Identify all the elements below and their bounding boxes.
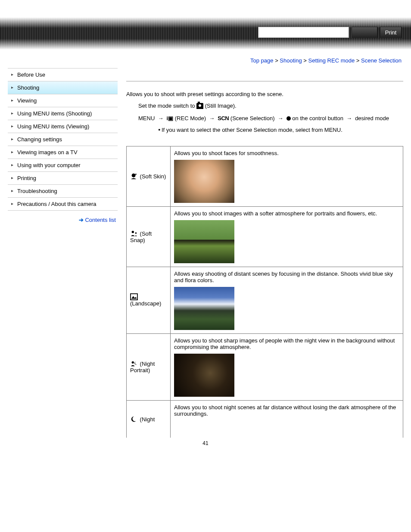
step-text: desired mode: [355, 115, 389, 121]
svg-point-4: [132, 361, 134, 364]
print-button[interactable]: Print: [380, 27, 402, 38]
night-scene-icon: [130, 416, 138, 423]
search-button[interactable]: [352, 27, 377, 38]
scene-table: (Soft Skin) Allows you to shoot faces fo…: [126, 146, 403, 438]
step-text: MENU: [138, 115, 155, 121]
sidebar-item[interactable]: Before Use: [8, 68, 118, 81]
sidebar-item[interactable]: Using MENU items (Viewing): [8, 120, 118, 133]
scene-desc-cell: Allows you to shoot faces for smoothness…: [171, 146, 403, 206]
scene-desc: Allows easy shooting of distant scenes b…: [174, 271, 393, 283]
scene-desc-cell: Allows you to shoot night scenes at far …: [171, 400, 403, 438]
svg-rect-3: [131, 294, 137, 300]
scene-image: [174, 287, 234, 330]
arrow-right-icon: →: [156, 114, 165, 123]
control-dot-icon: [286, 116, 291, 121]
breadcrumb: Top page > Shooting > Setting REC mode >…: [0, 50, 411, 68]
scene-image: [174, 220, 234, 263]
sidebar-item[interactable]: Viewing images on a TV: [8, 146, 118, 159]
sidebar-item[interactable]: Precautions / About this camera: [8, 198, 118, 211]
scene-desc-cell: Allows easy shooting of distant scenes b…: [171, 267, 403, 333]
table-row: (Night Portrait) Allows you to shoot sha…: [127, 333, 403, 400]
arrow-right-icon: →: [208, 114, 216, 123]
table-row: (Soft Skin) Allows you to shoot faces fo…: [127, 146, 403, 206]
sidebar-item[interactable]: Printing: [8, 172, 118, 185]
soft-skin-icon: [130, 173, 138, 180]
sidebar-item[interactable]: Shooting: [8, 81, 118, 94]
table-row: (Soft Snap) Allows you to shoot images w…: [127, 206, 403, 267]
scene-name: (Night: [138, 416, 155, 423]
scene-desc-cell: Allows you to shoot images with a softer…: [171, 206, 403, 267]
contents-link[interactable]: Contents list: [85, 217, 116, 223]
svg-point-2: [135, 232, 137, 234]
scene-name: (Landscape): [130, 300, 161, 307]
steps: Set the mode switch to (Still Image). ME…: [126, 102, 403, 133]
scene-desc: Allows you to shoot sharp images of peop…: [174, 337, 395, 350]
breadcrumb-link[interactable]: Setting REC mode: [308, 57, 355, 64]
breadcrumb-link[interactable]: Top page: [250, 57, 274, 64]
night-portrait-icon: [130, 360, 138, 367]
scene-name: (Soft Skin): [138, 173, 166, 180]
scene-desc: Allows you to shoot images with a softer…: [174, 210, 377, 217]
sidebar: Before Use Shooting Viewing Using MENU i…: [8, 68, 118, 438]
header-band: Print: [0, 17, 411, 50]
step-1: Set the mode switch to (Still Image).: [138, 102, 403, 111]
step-text: Set the mode switch to: [138, 103, 196, 109]
arrow-right-icon: →: [345, 114, 354, 123]
step-text: (Still Image).: [205, 103, 237, 109]
table-row: (Night Allows you to shoot night scenes …: [127, 400, 403, 438]
scene-image: [174, 160, 234, 203]
scene-label-cell: (Soft Skin): [127, 146, 171, 206]
search-input[interactable]: [258, 27, 349, 38]
scene-label-cell: (Landscape): [127, 267, 171, 333]
step-text: on the control button: [292, 115, 345, 121]
scene-desc-cell: Allows you to shoot sharp images of peop…: [171, 333, 403, 400]
divider: [126, 81, 403, 81]
sidebar-list: Before Use Shooting Viewing Using MENU i…: [8, 68, 118, 211]
breadcrumb-current[interactable]: Scene Selection: [361, 57, 402, 64]
scene-label-cell: (Night Portrait): [127, 333, 171, 400]
page-number: 41: [0, 438, 411, 447]
sidebar-item[interactable]: Using with your computer: [8, 159, 118, 172]
intro-text: Allows you to shoot with preset settings…: [126, 91, 403, 97]
main-content: Allows you to shoot with preset settings…: [126, 68, 403, 438]
scn-icon: SCN: [218, 115, 229, 121]
step-text: (Scene Selection): [230, 115, 275, 121]
svg-point-1: [132, 230, 134, 233]
soft-snap-icon: [130, 230, 138, 237]
scene-image: [174, 354, 234, 397]
iauto-icon: i▣: [167, 115, 174, 121]
sidebar-item[interactable]: Troubleshooting: [8, 185, 118, 198]
sidebar-item[interactable]: Using MENU items (Shooting): [8, 107, 118, 120]
scene-label-cell: (Soft Snap): [127, 206, 171, 267]
contents-link-wrap: ➔ Contents list: [8, 211, 118, 223]
arrow-right-icon: →: [276, 114, 285, 123]
note-text: If you want to select the other Scene Se…: [138, 127, 403, 133]
scene-desc: Allows you to shoot faces for smoothness…: [174, 150, 279, 156]
step-2: MENU → i▣ (REC Mode) → SCN (Scene Select…: [138, 114, 403, 123]
header-controls: Print: [258, 27, 402, 38]
camera-icon: [196, 103, 203, 109]
sidebar-item[interactable]: Viewing: [8, 94, 118, 107]
table-row: (Landscape) Allows easy shooting of dist…: [127, 267, 403, 333]
scene-desc: Allows you to shoot night scenes at far …: [174, 404, 396, 417]
breadcrumb-link[interactable]: Shooting: [280, 57, 302, 64]
svg-point-0: [132, 174, 136, 177]
scene-label-cell: (Night: [127, 400, 171, 438]
step-text: (REC Mode): [175, 115, 206, 121]
sidebar-item[interactable]: Changing settings: [8, 133, 118, 146]
landscape-icon: [130, 293, 138, 300]
arrow-icon: ➔: [79, 217, 84, 223]
